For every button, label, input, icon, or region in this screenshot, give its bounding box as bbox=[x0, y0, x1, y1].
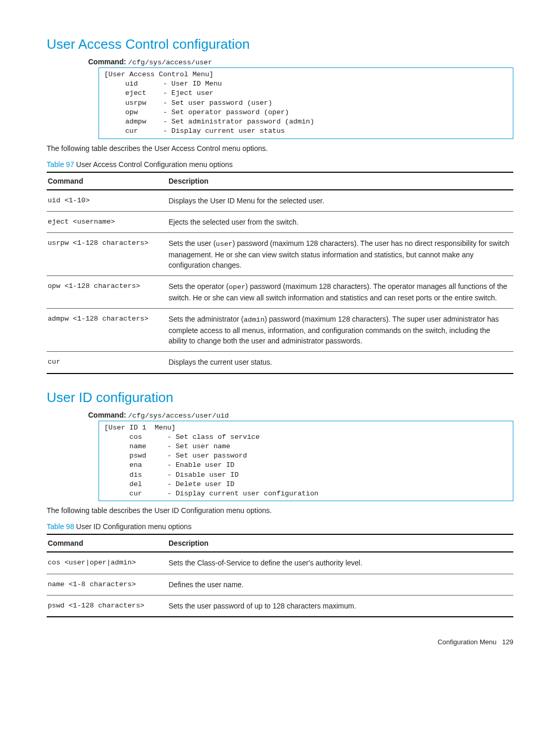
section-heading-uac: User Access Control configuration bbox=[47, 36, 513, 52]
cmd-text: name <1-8 characters> bbox=[48, 580, 136, 588]
section-heading-uid: User ID configuration bbox=[47, 390, 513, 406]
cmd-text: admpw <1-128 characters> bbox=[48, 315, 148, 323]
table-label: Table 97 bbox=[47, 160, 74, 169]
table-caption-97: Table 97 User Access Control Configurati… bbox=[47, 160, 513, 169]
cell-cmd: admpw <1-128 characters> bbox=[47, 309, 167, 352]
th-command: Command bbox=[47, 172, 167, 190]
cmd-text: pswd <1-128 characters> bbox=[48, 602, 144, 610]
th-description: Description bbox=[167, 172, 513, 190]
table-row: uid <1-10> Displays the User ID Menu for… bbox=[47, 190, 513, 212]
desc-code: admin bbox=[244, 316, 265, 324]
table-row: opw <1-128 characters> Sets the operator… bbox=[47, 276, 513, 309]
cell-cmd: opw <1-128 characters> bbox=[47, 276, 167, 309]
cmd-text: cos <user|oper|admin> bbox=[48, 559, 136, 566]
cmd-text: eject <username> bbox=[48, 218, 115, 226]
command-path: /cfg/sys/access/user/uid bbox=[128, 412, 229, 420]
table-row: admpw <1-128 characters> Sets the admini… bbox=[47, 309, 513, 352]
desc-pre: Sets the administrator ( bbox=[169, 315, 244, 323]
cmd-text: opw <1-128 characters> bbox=[48, 282, 140, 290]
cell-desc: Sets the Class-of-Service to define the … bbox=[167, 552, 513, 574]
cell-cmd: usrpw <1-128 characters> bbox=[47, 233, 167, 276]
cell-desc: Displays the current user status. bbox=[167, 352, 513, 374]
table-row: usrpw <1-128 characters> Sets the user (… bbox=[47, 233, 513, 276]
cell-desc: Ejects the selected user from the switch… bbox=[167, 211, 513, 232]
command-line-uid: Command: /cfg/sys/access/user/uid bbox=[88, 411, 513, 420]
intro-text-uid: The following table describes the User I… bbox=[47, 506, 513, 515]
table-98: Command Description cos <user|oper|admin… bbox=[47, 534, 513, 617]
th-command: Command bbox=[47, 534, 167, 552]
intro-text-uac: The following table describes the User A… bbox=[47, 144, 513, 153]
table-label: Table 98 bbox=[47, 522, 74, 531]
cell-desc: Sets the user password of up to 128 char… bbox=[167, 595, 513, 617]
cmd-text: uid <1-10> bbox=[48, 197, 90, 204]
cell-cmd: name <1-8 characters> bbox=[47, 574, 167, 595]
page-footer: Configuration Menu 129 bbox=[47, 638, 513, 646]
command-line-uac: Command: /cfg/sys/access/user bbox=[88, 58, 513, 66]
cell-cmd: cos <user|oper|admin> bbox=[47, 552, 167, 574]
desc-code: user bbox=[216, 240, 232, 248]
cell-cmd: pswd <1-128 characters> bbox=[47, 595, 167, 617]
desc-pre: Sets the operator ( bbox=[169, 282, 229, 290]
desc-code: oper bbox=[229, 283, 245, 291]
cell-desc: Sets the operator (oper) password (maxim… bbox=[167, 276, 513, 309]
cell-desc: Defines the user name. bbox=[167, 574, 513, 595]
code-block-uid: [User ID 1 Menu] cos - Set class of serv… bbox=[99, 421, 513, 502]
table-row: eject <username> Ejects the selected use… bbox=[47, 211, 513, 232]
table-caption-text: User Access Control Configuration menu o… bbox=[76, 160, 233, 169]
table-97: Command Description uid <1-10> Displays … bbox=[47, 172, 513, 374]
table-caption-text: User ID Configuration menu options bbox=[76, 522, 192, 531]
cell-desc: Displays the User ID Menu for the select… bbox=[167, 190, 513, 212]
command-label: Command: bbox=[88, 58, 126, 66]
cell-cmd: eject <username> bbox=[47, 211, 167, 232]
cell-cmd: cur bbox=[47, 352, 167, 374]
command-path: /cfg/sys/access/user bbox=[128, 59, 212, 66]
table-row: cos <user|oper|admin> Sets the Class-of-… bbox=[47, 552, 513, 574]
cmd-text: usrpw <1-128 characters> bbox=[48, 239, 148, 247]
table-row: name <1-8 characters> Defines the user n… bbox=[47, 574, 513, 595]
desc-pre: Sets the user ( bbox=[169, 239, 216, 247]
cell-desc: Sets the administrator (admin) password … bbox=[167, 309, 513, 352]
footer-page: 129 bbox=[502, 638, 513, 646]
command-label: Command: bbox=[88, 411, 126, 419]
table-row: pswd <1-128 characters> Sets the user pa… bbox=[47, 595, 513, 617]
th-description: Description bbox=[167, 534, 513, 552]
cell-desc: Sets the user (user) password (maximum 1… bbox=[167, 233, 513, 276]
table-caption-98: Table 98 User ID Configuration menu opti… bbox=[47, 522, 513, 531]
footer-text: Configuration Menu bbox=[438, 638, 496, 646]
cmd-text: cur bbox=[48, 358, 60, 366]
code-block-uac: [User Access Control Menu] uid - User ID… bbox=[99, 67, 513, 139]
table-row: cur Displays the current user status. bbox=[47, 352, 513, 374]
cell-cmd: uid <1-10> bbox=[47, 190, 167, 212]
